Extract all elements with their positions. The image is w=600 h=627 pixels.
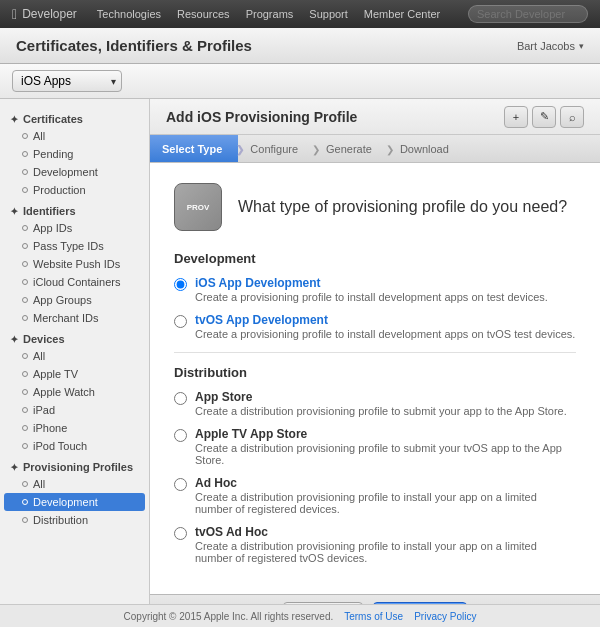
dot-icon xyxy=(22,225,28,231)
radio-tvos-dev[interactable]: tvOS App Development Create a provisioni… xyxy=(174,313,576,340)
tvos-ad-hoc-title: tvOS Ad Hoc xyxy=(195,525,576,539)
radio-app-store[interactable]: App Store Create a distribution provisio… xyxy=(174,390,576,417)
cancel-button[interactable]: Cancel xyxy=(283,602,362,605)
sidebar-item-cert-development[interactable]: Development xyxy=(0,163,149,181)
radio-ad-hoc[interactable]: Ad Hoc Create a distribution provisionin… xyxy=(174,476,576,515)
continue-button[interactable]: Continue xyxy=(373,602,467,605)
sidebar-item-merchant-ids[interactable]: Merchant IDs xyxy=(0,309,149,327)
step-generate[interactable]: Generate xyxy=(314,135,388,162)
radio-ios-dev-input[interactable] xyxy=(174,278,187,291)
ios-apps-select[interactable]: iOS Apps macOS Apps tvOS Apps watchOS Ap… xyxy=(12,70,122,92)
sidebar-section-identifiers: ✦ Identifiers xyxy=(0,199,149,219)
nav-support[interactable]: Support xyxy=(309,8,348,20)
user-info[interactable]: Bart Jacobs ▾ xyxy=(517,40,584,52)
sidebar-item-apple-tv[interactable]: Apple TV xyxy=(0,365,149,383)
sidebar-item-apple-watch[interactable]: Apple Watch xyxy=(0,383,149,401)
distribution-section-title: Distribution xyxy=(174,365,576,380)
ios-apps-select-wrap: iOS Apps macOS Apps tvOS Apps watchOS Ap… xyxy=(12,70,122,92)
radio-tvos-ad-hoc[interactable]: tvOS Ad Hoc Create a distribution provis… xyxy=(174,525,576,564)
sidebar-item-app-groups[interactable]: App Groups xyxy=(0,291,149,309)
step-label: Download xyxy=(400,143,449,155)
nav-resources[interactable]: Resources xyxy=(177,8,230,20)
sidebar: ✦ Certificates All Pending Development P… xyxy=(0,99,150,604)
sidebar-section-provisioning-profiles: ✦ Provisioning Profiles xyxy=(0,455,149,475)
terms-link[interactable]: Terms of Use xyxy=(344,611,403,622)
app-selector-bar: iOS Apps macOS Apps tvOS Apps watchOS Ap… xyxy=(0,64,600,99)
search-input[interactable] xyxy=(468,5,588,23)
devices-icon: ✦ xyxy=(10,334,18,345)
tvos-dev-desc: Create a provisioning profile to install… xyxy=(195,328,575,340)
radio-tvos-ad-hoc-input[interactable] xyxy=(174,527,187,540)
provisioning-profiles-icon: ✦ xyxy=(10,462,18,473)
search-button[interactable]: ⌕ xyxy=(560,106,584,128)
development-section-title: Development xyxy=(174,251,576,266)
sidebar-item-website-push-ids[interactable]: Website Push IDs xyxy=(0,255,149,273)
nav-programs[interactable]: Programs xyxy=(246,8,294,20)
radio-app-store-input[interactable] xyxy=(174,392,187,405)
sidebar-item-cert-all[interactable]: All xyxy=(0,127,149,145)
certificates-icon: ✦ xyxy=(10,114,18,125)
add-button[interactable]: + xyxy=(504,106,528,128)
header-bar: Certificates, Identifiers & Profiles Bar… xyxy=(0,28,600,64)
provisioning-profiles-label: Provisioning Profiles xyxy=(23,461,133,473)
dot-icon xyxy=(22,187,28,193)
copyright-text: Copyright © 2015 Apple Inc. All rights r… xyxy=(124,611,334,622)
step-label: Generate xyxy=(326,143,372,155)
step-configure[interactable]: Configure xyxy=(238,135,314,162)
sidebar-item-cert-production[interactable]: Production xyxy=(0,181,149,199)
dot-icon xyxy=(22,261,28,267)
sidebar-item-cert-pending[interactable]: Pending xyxy=(0,145,149,163)
form-header: PROV What type of provisioning profile d… xyxy=(174,183,576,231)
identifiers-icon: ✦ xyxy=(10,206,18,217)
step-select-type[interactable]: Select Type xyxy=(150,135,238,162)
radio-ios-dev[interactable]: iOS App Development Create a provisionin… xyxy=(174,276,576,303)
privacy-link[interactable]: Privacy Policy xyxy=(414,611,476,622)
dot-icon xyxy=(22,297,28,303)
tvos-dev-title: tvOS App Development xyxy=(195,313,575,327)
sidebar-item-app-ids[interactable]: App IDs xyxy=(0,219,149,237)
sidebar-item-profiles-development[interactable]: Development xyxy=(4,493,145,511)
sidebar-item-label: Pending xyxy=(33,148,73,160)
sidebar-item-pass-type-ids[interactable]: Pass Type IDs xyxy=(0,237,149,255)
sidebar-item-ipad[interactable]: iPad xyxy=(0,401,149,419)
dot-icon xyxy=(22,315,28,321)
sidebar-item-profiles-all[interactable]: All xyxy=(0,475,149,493)
radio-ad-hoc-input[interactable] xyxy=(174,478,187,491)
tvos-ad-hoc-desc: Create a distribution provisioning profi… xyxy=(195,540,576,564)
section-divider xyxy=(174,352,576,353)
sidebar-item-label: Merchant IDs xyxy=(33,312,98,324)
developer-label: Developer xyxy=(22,7,77,21)
sidebar-item-profiles-distribution[interactable]: Distribution xyxy=(0,511,149,529)
sidebar-item-devices-all[interactable]: All xyxy=(0,347,149,365)
page-footer: Copyright © 2015 Apple Inc. All rights r… xyxy=(0,604,600,627)
step-download[interactable]: Download xyxy=(388,135,465,162)
radio-appletv-store-input[interactable] xyxy=(174,429,187,442)
dot-icon xyxy=(22,151,28,157)
dot-icon xyxy=(22,133,28,139)
sidebar-section-devices: ✦ Devices xyxy=(0,327,149,347)
top-nav:  Developer Technologies Resources Progr… xyxy=(0,0,600,28)
sidebar-item-label: Production xyxy=(33,184,86,196)
sidebar-item-ipod-touch[interactable]: iPod Touch xyxy=(0,437,149,455)
appletv-store-desc: Create a distribution provisioning profi… xyxy=(195,442,576,466)
sidebar-item-icloud-containers[interactable]: iCloud Containers xyxy=(0,273,149,291)
sidebar-item-label: Distribution xyxy=(33,514,88,526)
nav-member-center[interactable]: Member Center xyxy=(364,8,440,20)
edit-button[interactable]: ✎ xyxy=(532,106,556,128)
sidebar-item-iphone[interactable]: iPhone xyxy=(0,419,149,437)
ad-hoc-title: Ad Hoc xyxy=(195,476,576,490)
app-store-title: App Store xyxy=(195,390,567,404)
nav-technologies[interactable]: Technologies xyxy=(97,8,161,20)
ios-dev-title: iOS App Development xyxy=(195,276,548,290)
dot-icon xyxy=(22,371,28,377)
radio-tvos-dev-input[interactable] xyxy=(174,315,187,328)
apple-icon:  xyxy=(12,6,17,22)
devices-label: Devices xyxy=(23,333,65,345)
step-label: Select Type xyxy=(162,143,222,155)
sidebar-item-label: Website Push IDs xyxy=(33,258,120,270)
dot-icon xyxy=(22,499,28,505)
radio-appletv-store[interactable]: Apple TV App Store Create a distribution… xyxy=(174,427,576,466)
sidebar-item-label: iCloud Containers xyxy=(33,276,120,288)
appletv-store-title: Apple TV App Store xyxy=(195,427,576,441)
panel-actions: + ✎ ⌕ xyxy=(504,106,584,128)
